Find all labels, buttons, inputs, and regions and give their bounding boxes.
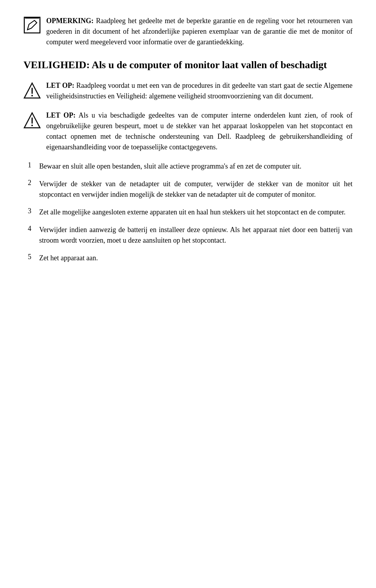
warning-body-1: Raadpleeg voordat u met een van de proce… bbox=[46, 82, 352, 100]
list-number: 5 bbox=[24, 253, 31, 261]
list-content: Bewaar en sluit alle open bestanden, slu… bbox=[39, 161, 352, 172]
list-number: 3 bbox=[24, 207, 31, 215]
note-text: OPMERKING: Raadpleeg het gedeelte met de… bbox=[46, 16, 352, 47]
list-content: Zet het apparaat aan. bbox=[39, 253, 352, 263]
svg-line-5 bbox=[34, 20, 37, 23]
list-item: 2Verwijder de stekker van de netadapter … bbox=[24, 179, 352, 200]
list-content: Verwijder de stekker van de netadapter u… bbox=[39, 179, 352, 200]
warning-text-2: LET OP: Als u via beschadigde gedeeltes … bbox=[46, 110, 352, 152]
warning-text-1: LET OP: Raadpleeg voordat u met een van … bbox=[46, 80, 352, 102]
warning-label-2: LET OP: bbox=[46, 111, 76, 119]
warning-body-2: Als u via beschadigde gedeeltes van de c… bbox=[46, 111, 352, 151]
list-number: 4 bbox=[24, 225, 31, 233]
numbered-list: 1Bewaar en sluit alle open bestanden, sl… bbox=[24, 161, 352, 263]
svg-line-6 bbox=[31, 23, 37, 28]
svg-rect-0 bbox=[24, 17, 40, 33]
list-content: Verwijder indien aanwezig de batterij en… bbox=[39, 225, 352, 246]
svg-line-3 bbox=[29, 20, 34, 24]
warning-label-1: LET OP: bbox=[46, 82, 74, 89]
list-number: 1 bbox=[24, 161, 31, 169]
list-item: 1Bewaar en sluit alle open bestanden, sl… bbox=[24, 161, 352, 172]
note-label: OPMERKING: bbox=[46, 17, 94, 25]
list-item: 3Zet alle mogelijke aangesloten externe … bbox=[24, 207, 352, 218]
note-block: OPMERKING: Raadpleeg het gedeelte met de… bbox=[24, 16, 352, 47]
list-number: 2 bbox=[24, 179, 31, 187]
list-item: 4Verwijder indien aanwezig de batterij e… bbox=[24, 225, 352, 246]
warning-block-2: LET OP: Als u via beschadigde gedeeltes … bbox=[24, 110, 352, 152]
note-icon bbox=[24, 16, 41, 34]
list-content: Zet alle mogelijke aangesloten externe a… bbox=[39, 207, 352, 218]
warning-triangle-icon-1 bbox=[24, 82, 41, 99]
warning-triangle-icon-2 bbox=[24, 112, 41, 129]
warning-block-1: LET OP: Raadpleeg voordat u met een van … bbox=[24, 80, 352, 102]
section-heading: VEILIGHEID: Als u de computer of monitor… bbox=[24, 58, 352, 72]
svg-point-13 bbox=[31, 125, 33, 126]
list-item: 5Zet het apparaat aan. bbox=[24, 253, 352, 263]
svg-point-10 bbox=[31, 95, 33, 96]
